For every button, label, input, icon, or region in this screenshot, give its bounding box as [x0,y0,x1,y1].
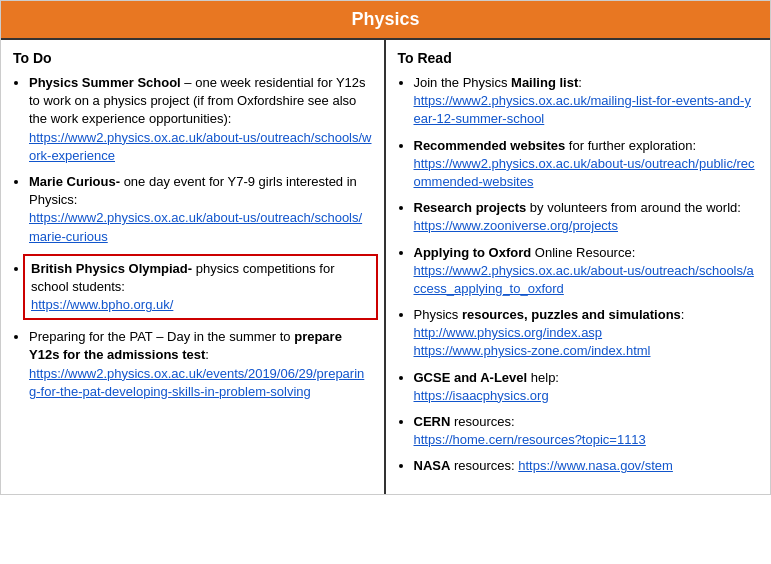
list-item: GCSE and A-Level help: https://isaacphys… [414,369,759,405]
recommended-websites-link[interactable]: https://www2.physics.ox.ac.uk/about-us/o… [414,156,755,189]
page-container: Physics To Do Physics Summer School – on… [0,0,771,495]
todo-list: Physics Summer School – one week residen… [13,74,372,401]
highlight-box: British Physics Olympiad- physics compet… [23,254,378,321]
item-text: Physics resources, puzzles and simulatio… [414,307,685,322]
list-item: Physics Summer School – one week residen… [29,74,372,165]
toread-header: To Read [398,50,759,66]
item-bold: NASA [414,458,451,473]
nasa-link[interactable]: https://www.nasa.gov/stem [518,458,673,473]
item-text: Join the Physics Mailing list: [414,75,582,90]
item-text: Preparing for the PAT – Day in the summe… [29,329,342,362]
list-item: Marie Curious- one day event for Y7-9 gi… [29,173,372,246]
item-bold: GCSE and A-Level [414,370,528,385]
list-item: NASA resources: https://www.nasa.gov/ste… [414,457,759,475]
item-bold: Physics Summer School [29,75,181,90]
item-text: resources: [454,458,518,473]
item-text: for further exploration: [569,138,696,153]
zooniverse-link[interactable]: https://www.zooniverse.org/projects [414,218,618,233]
pat-link[interactable]: https://www2.physics.ox.ac.uk/events/201… [29,366,364,399]
isaacphysics-link[interactable]: https://isaacphysics.org [414,388,549,403]
item-bold: Applying to Oxford [414,245,532,260]
mailing-list-link[interactable]: https://www2.physics.ox.ac.uk/mailing-li… [414,93,751,126]
list-item: British Physics Olympiad- physics compet… [29,254,372,321]
list-item: Physics resources, puzzles and simulatio… [414,306,759,361]
list-item: CERN resources: https://home.cern/resour… [414,413,759,449]
item-text: help: [531,370,559,385]
list-item: Preparing for the PAT – Day in the summe… [29,328,372,401]
list-item: Research projects by volunteers from aro… [414,199,759,235]
item-bold: Research projects [414,200,527,215]
item-text: by volunteers from around the world: [530,200,741,215]
item-bold: CERN [414,414,451,429]
item-bold: resources, puzzles and simulations [462,307,681,322]
col-todo: To Do Physics Summer School – one week r… [1,40,386,494]
item-text: resources: [454,414,515,429]
applying-oxford-link[interactable]: https://www2.physics.ox.ac.uk/about-us/o… [414,263,754,296]
item-bold: Mailing list [511,75,578,90]
work-experience-link[interactable]: https://www2.physics.ox.ac.uk/about-us/o… [29,130,372,163]
marie-curious-link[interactable]: https://www2.physics.ox.ac.uk/about-us/o… [29,210,362,243]
item-bold: British Physics Olympiad- [31,261,192,276]
list-item: Recommended websites for further explora… [414,137,759,192]
bpho-link[interactable]: https://www.bpho.org.uk/ [31,297,173,312]
list-item: Applying to Oxford Online Resource: http… [414,244,759,299]
page-title: Physics [1,1,770,38]
cern-link[interactable]: https://home.cern/resources?topic=1113 [414,432,646,447]
item-text: Online Resource: [535,245,635,260]
list-item: Join the Physics Mailing list: https://w… [414,74,759,129]
item-bold: prepare Y12s for the admissions test [29,329,342,362]
item-bold: Recommended websites [414,138,566,153]
toread-list: Join the Physics Mailing list: https://w… [398,74,759,476]
physics-org-link[interactable]: http://www.physics.org/index.asp [414,325,603,340]
item-bold: Marie Curious- [29,174,120,189]
todo-header: To Do [13,50,372,66]
physics-zone-link[interactable]: https://www.physics-zone.com/index.html [414,343,651,358]
col-toread: To Read Join the Physics Mailing list: h… [386,40,771,494]
content-row: To Do Physics Summer School – one week r… [1,38,770,494]
